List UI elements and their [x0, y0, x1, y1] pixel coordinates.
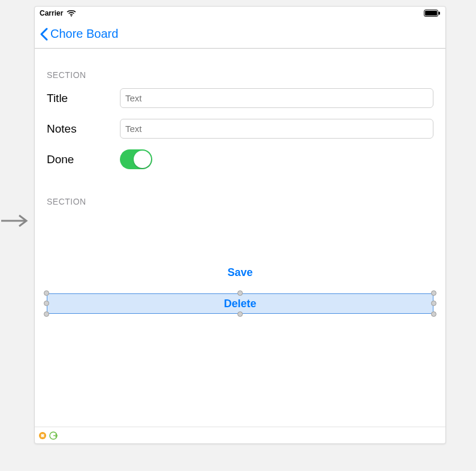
delete-button-selection: Delete [47, 293, 433, 314]
back-button-label: Chore Board [50, 27, 118, 41]
form-content: SECTION Title Notes Done SECTION Save De… [35, 49, 445, 427]
wifi-icon [67, 10, 76, 17]
section-header-1: SECTION [47, 70, 433, 80]
warning-icon[interactable] [38, 431, 47, 440]
done-row: Done [47, 149, 433, 169]
device-frame: Carrier [34, 6, 446, 444]
svg-point-1 [71, 16, 72, 17]
segue-arrow-icon [0, 214, 31, 228]
selection-handle-icon[interactable] [431, 290, 436, 296]
exit-icon[interactable] [49, 431, 58, 440]
notes-label: Notes [47, 122, 120, 136]
toggle-knob [134, 151, 151, 168]
editor-bottom-bar [35, 427, 445, 443]
selection-handle-icon[interactable] [44, 290, 49, 296]
selection-handle-icon[interactable] [44, 301, 49, 306]
selection-handle-icon[interactable] [237, 311, 243, 317]
svg-rect-3 [425, 11, 437, 16]
selection-handle-icon[interactable] [431, 311, 436, 317]
selection-handle-icon[interactable] [44, 311, 49, 317]
title-label: Title [47, 92, 120, 105]
back-button[interactable]: Chore Board [40, 27, 118, 41]
status-bar-left: Carrier [40, 9, 76, 17]
svg-rect-4 [439, 12, 441, 15]
done-label: Done [47, 153, 120, 166]
status-bar: Carrier [35, 7, 445, 20]
carrier-label: Carrier [40, 9, 63, 17]
title-row: Title [47, 88, 433, 108]
navigation-bar: Chore Board [35, 20, 445, 49]
save-button[interactable]: Save [47, 263, 433, 283]
section-header-2: SECTION [47, 197, 433, 206]
delete-button[interactable]: Delete [47, 293, 433, 314]
selection-handle-icon[interactable] [237, 290, 243, 296]
selection-handle-icon[interactable] [431, 301, 436, 306]
notes-input[interactable] [120, 119, 433, 139]
battery-icon [424, 10, 441, 17]
notes-row: Notes [47, 119, 433, 139]
chevron-left-icon [40, 27, 49, 41]
title-input[interactable] [120, 88, 433, 108]
done-toggle[interactable] [120, 149, 152, 169]
